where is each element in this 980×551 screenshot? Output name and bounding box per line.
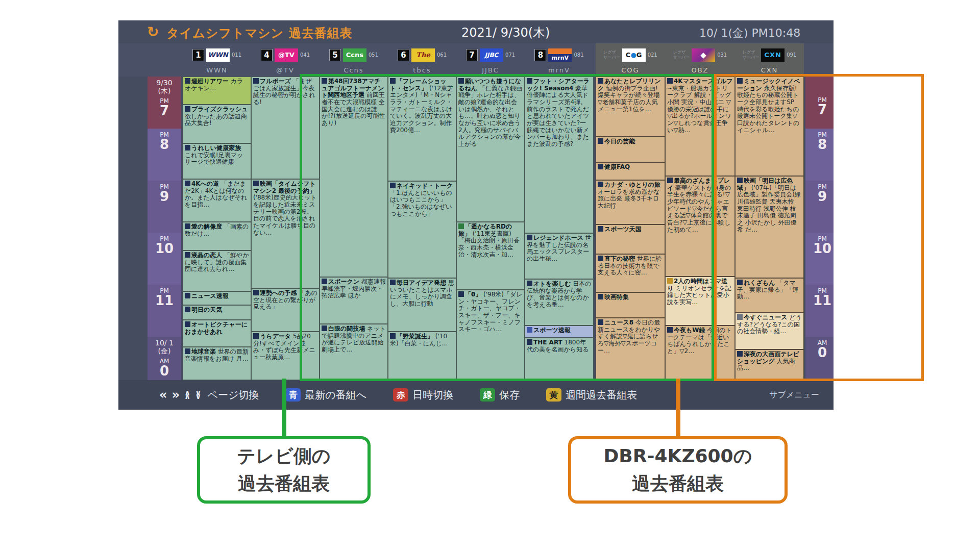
program-cell[interactable]: ニュース速報: [183, 291, 251, 305]
green-button[interactable]: 緑: [480, 388, 495, 402]
time-label-pm11: PM11: [805, 285, 834, 337]
channel-header-tbcs[interactable]: 6The061tbcs: [388, 43, 456, 77]
program-cell[interactable]: 2人の時間はコマ送り ミリオンセラーを記録した大ヒット恋愛小説を実写…: [665, 277, 735, 325]
program-cell[interactable]: 運勢への予感 「あの空と現在との繋がりが見える」: [251, 288, 320, 332]
program-cell[interactable]: スポークン 都憲速報 早峰洸平・堀内勝次・拓沼広幸 ほか: [320, 277, 388, 324]
program-badge-icon: [667, 178, 673, 183]
program-badge-icon: [185, 106, 190, 112]
program-cell[interactable]: 4Kへの道 「まだまだ2K」4Kとは何なのか。また人はなぜそれを目指…: [183, 179, 251, 222]
program-cell[interactable]: フット・シアターラック! Season4 豪華俳優陣による大人気ドラマシリーズ第…: [525, 77, 594, 233]
program-cell[interactable]: 「野菜誕生」 ('10米)「白菜・にんじ…: [388, 332, 456, 380]
program-cell[interactable]: カナダ・ゆとりの旅 オーロラを求め遥かな旅に出発 厳冬3千キロ大紀行: [596, 180, 665, 224]
page-left-icon[interactable]: «: [159, 388, 167, 402]
program-description: 豪華ゲストが自身の半生を赤裸々に語る!▽少年時代のやんちゃエピソード▽今だから言…: [667, 184, 731, 233]
program-cell[interactable]: THE ART 1800年代の美を名画から知る: [525, 338, 594, 380]
program-description: オーロラを求め遥かな旅に出発 厳冬3千キロ大紀行: [598, 188, 660, 209]
red-button[interactable]: 赤: [393, 388, 408, 402]
program-title: ニュース速報: [191, 292, 229, 299]
channel-header-OBZ[interactable]: レグザ サーバー◆031OBZ: [665, 43, 735, 77]
program-badge-icon: [185, 293, 190, 298]
channel-header-WWN[interactable]: 1WWN011WWN: [183, 43, 251, 77]
program-column-CXN: ミュージックイノベーション 永久保存版!歌姫たちの秘蔵公開トーク全部見せますSP…: [735, 77, 804, 380]
program-cell[interactable]: スポーツ天国: [596, 224, 665, 254]
program-badge-icon: [253, 333, 259, 339]
program-title: スポークン: [328, 278, 359, 285]
program-cell[interactable]: 「θ」 ('98米)「ダレン・ヤコキー、フレンチ・ガトー、ヤコブ・スキー、ザ・フ…: [456, 290, 525, 380]
program-cell[interactable]: うれしい健康家族 これで安眠!足裏マッサージで快適健康: [183, 143, 251, 179]
tv-guide-callout: テレビ側の 過去番組表: [197, 436, 371, 504]
program-cell[interactable]: 4Kマスターズゴルフ ~東京・船堀カントリークラブ 解説・ビッグ小関 実況・中山…: [665, 77, 735, 176]
program-title: 今夜もW録: [674, 327, 705, 334]
yellow-button[interactable]: 黄: [546, 388, 561, 402]
program-title: うれしい健康家族: [191, 144, 241, 152]
page-arrows[interactable]: « » ∧∧ ∨∨: [159, 388, 201, 402]
page-up-icon[interactable]: ∧∧: [184, 388, 190, 402]
program-cell[interactable]: 白眼の闘技場 ネットで話題沸騰中のアニメが遂にテレビ放送開始 劇場上で…: [320, 324, 388, 380]
program-cell[interactable]: ネイキッド・トーク 「1.ほんとにいいものはいつもここから」「2.強いものはなぜ…: [388, 181, 456, 278]
program-cell[interactable]: ミュージックイノベーション 永久保存版!歌姫たちの秘蔵公開トーク全部見せますSP…: [735, 77, 804, 176]
blue-button[interactable]: 青: [285, 388, 301, 402]
cxn-logo-icon: CXN: [761, 48, 785, 62]
program-cell[interactable]: うらデータ 5品20分!すべてメイン並み・ずぼら先生新メニュー秋葉原…: [251, 332, 320, 380]
channel-header-COG[interactable]: レグザ サーバーC●G021COG: [596, 43, 665, 77]
time-label-am0: AM0: [805, 337, 834, 380]
wwn-logo-icon: WWN: [206, 48, 230, 62]
channel-header-CXN[interactable]: レグザ サーバーCXN091CXN: [735, 43, 804, 77]
program-badge-icon: [390, 78, 396, 84]
program-title: 液晶の恋人: [191, 252, 222, 259]
channel-header-mrnV[interactable]: 8mrnV081mrnV: [525, 43, 594, 77]
program-badge-icon: [737, 280, 743, 285]
program-cell[interactable]: スポーツ速報: [525, 325, 594, 338]
program-badge-icon: [737, 178, 743, 183]
program-cell[interactable]: あなたとレプリリンク 恒例の街ブラ企画!爆笑キャラが続々登場▽老舗和菓子店の人気…: [596, 77, 665, 137]
program-badge-icon: [667, 278, 673, 284]
program-cell[interactable]: オートピクチャーにおまかせあれ: [183, 320, 251, 347]
program-title: うらデータ: [260, 333, 291, 340]
page-right-icon[interactable]: »: [172, 388, 180, 402]
program-cell[interactable]: 映画「明日は広色域」 ('07年)「明日は広色域」製作委員会)緑川信雄監督 天夷…: [735, 176, 804, 278]
program-cell[interactable]: ニュース8 今日の最新ニュースをわかりやすく解説▽鬼に語らせろ▽海外▽スポーツコ…: [596, 318, 665, 380]
channel-header-@TV[interactable]: 4@TV041@TV: [251, 43, 320, 77]
program-cell[interactable]: 毎日アイデア発想 思いついたことはスマホにメモ、しっかり調査し、大胆に行動: [388, 278, 456, 332]
timeline-right: PM7PM8PM9PM10PM11AM0: [805, 77, 834, 380]
channel-header-Ccns[interactable]: 5Ccns051Ccns: [320, 43, 388, 77]
program-cell[interactable]: 最高のざんまいプレイ 豪華ゲストが自身の半生を赤裸々に語る!▽少年時代のやんちゃ…: [665, 176, 735, 277]
program-cell[interactable]: 直下の秘密 世界に誇る日本の技術力を陰で支える人々に密…: [596, 254, 665, 292]
program-cell[interactable]: 地球音楽 世界の最新音楽情報をお届け 月…: [183, 347, 251, 380]
program-cell[interactable]: オトを楽しむ 日本の伝統的な楽器から学び、音楽とは何なのかを考える番…: [525, 279, 594, 325]
channel-header-JJBC[interactable]: 7JJBC071JJBC: [456, 43, 525, 77]
obz-logo-icon: ◆: [692, 48, 715, 62]
program-cell[interactable]: 願いつつも嫌うになるねん 「仁義なき録画戦争」ホレた相手は、敵の娘?運命的な出会…: [456, 77, 525, 222]
time-label-pm7: 9/30 (木)PM7: [148, 77, 181, 129]
program-title: オートピクチャーにおまかせあれ: [185, 321, 248, 335]
program-cell[interactable]: 液晶の恋人 「鮮やかに映して」謎の覆面集団に連れ去られ…: [183, 251, 251, 291]
program-cell[interactable]: レジェンドホース 世界を魅了した伝説の名馬エックスプレスターの出生秘…: [525, 233, 594, 279]
program-column-COG: あなたとレプリリンク 恒例の街ブラ企画!爆笑キャラが続々登場▽老舗和菓子店の人気…: [596, 77, 665, 380]
program-badge-icon: [322, 78, 327, 84]
time-label-am0: 10/ 1 (金)AM0: [148, 337, 181, 380]
program-cell[interactable]: 今夜もW録 今回のトークテーマは「最近いちばんうれしかったこと」▽2…: [665, 325, 735, 380]
channel-name: CXN: [735, 66, 804, 77]
program-badge-icon: [527, 281, 532, 286]
program-cell[interactable]: 映画特集: [596, 292, 665, 318]
program-title: 地球音楽: [191, 348, 216, 355]
program-cell[interactable]: れくざもん 「タマ子、実家に帰る」「運動…: [735, 278, 804, 313]
program-cell[interactable]: フルポーズ 「まぜごはん家族誕生」今夜誕生の秘密が明かされる!: [251, 77, 320, 179]
program-cell[interactable]: 今日の芸能: [596, 137, 665, 162]
footer-bar: « » ∧∧ ∨∨ ページ切換 青 最新の番組へ 赤 日時切換 緑 保存 黄 週…: [118, 380, 834, 410]
program-cell[interactable]: 愛の解像度 「画素の数だけ…: [183, 222, 251, 251]
program-cell[interactable]: 週廻りアワー カラオケキン…: [183, 77, 251, 105]
program-badge-icon: [598, 78, 603, 84]
program-cell[interactable]: プライズクラッシュ 欲しかったあの話題商品大集合!: [183, 105, 251, 143]
program-cell[interactable]: 明日の天気: [183, 305, 251, 320]
program-cell[interactable]: 「フレームショット・センス」 ('12東芝エンタメ)「M・Nシャララ・ガトーミル…: [388, 77, 456, 181]
program-cell[interactable]: 深夜の大画面テレビショッピング 人気商品…: [735, 349, 804, 380]
program-title: 「θ」: [465, 291, 481, 298]
program-cell[interactable]: 第48回738アマチュアゴルフトーナメント関西地区予選 前回王者不在で大混戦模様…: [320, 77, 388, 277]
program-cell[interactable]: 今すぐニュース どうする?どうなる?この国の社会情勢・経…: [735, 313, 804, 349]
submenu-button[interactable]: サブメニュー: [769, 390, 819, 400]
program-cell[interactable]: 健康FAQ: [596, 162, 665, 180]
program-cell[interactable]: 映画「タイムシフトマシン2 最後の予約」 ('88米)歴史的大ヒットを記録した近…: [251, 179, 320, 288]
page-down-icon[interactable]: ∨∨: [195, 388, 201, 402]
program-cell[interactable]: 「遥かなるRDの旅」 ('11東芝書庫)「梅山文治朗・原田香奈・西木亮・横浜金治…: [456, 222, 525, 290]
